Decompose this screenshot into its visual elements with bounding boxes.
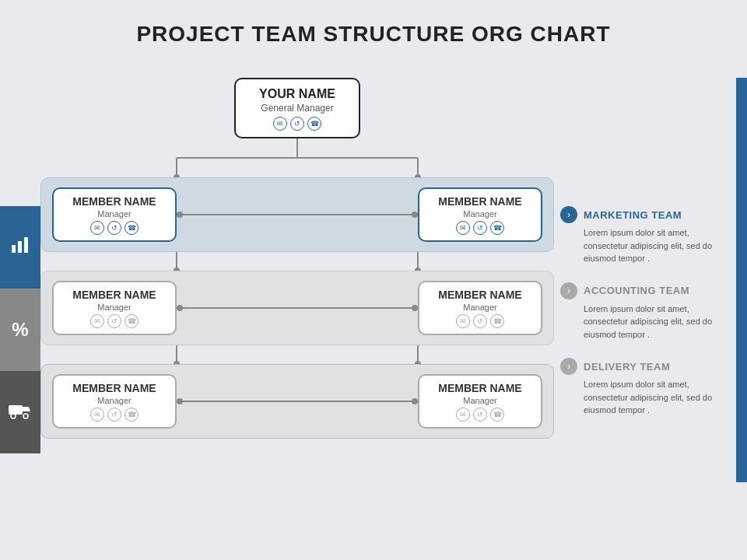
svg-rect-0 <box>12 245 16 253</box>
member-2-right-name: MEMBER NAME <box>433 289 527 301</box>
member-1-right-icons: ✉ ↺ ☎ <box>433 221 527 235</box>
member-2-left-icons: ✉ ↺ ☎ <box>68 314 161 328</box>
svg-point-5 <box>11 414 16 418</box>
member-3-right-name: MEMBER NAME <box>433 382 527 394</box>
top-node-icons: ✉ ↺ ☎ <box>259 117 335 131</box>
svg-rect-1 <box>18 241 22 253</box>
team-item-marketing: › MARKETING TEAM Lorem ipsum dolor sit a… <box>560 206 721 265</box>
svg-rect-2 <box>24 237 28 253</box>
svg-point-15 <box>174 268 180 271</box>
member-node-3-left: MEMBER NAME Manager ✉ ↺ ☎ <box>52 374 177 429</box>
member-node-3-right: MEMBER NAME Manager ✉ ↺ ☎ <box>418 374 542 429</box>
phone-icon-1l: ↺ <box>107 221 121 235</box>
email-icon-3l: ✉ <box>90 408 104 422</box>
email-icon-3r: ✉ <box>456 408 470 422</box>
phone-icon-3r: ↺ <box>473 408 487 422</box>
member-1-right-name: MEMBER NAME <box>433 195 527 208</box>
percent-icon: % <box>12 319 28 341</box>
svg-point-11 <box>174 174 180 177</box>
email-icon-2r: ✉ <box>456 314 470 328</box>
h-connector-1 <box>177 214 418 215</box>
team-item-delivery: › DELIVERY TEAM Lorem ipsum dolor sit am… <box>560 358 721 417</box>
team-title-accounting: ACCOUNTING TEAM <box>584 285 689 296</box>
team-header-delivery: › DELIVERY TEAM <box>560 358 721 375</box>
connector-svg-1-2 <box>40 252 554 271</box>
svg-point-16 <box>415 268 421 271</box>
phone-icon: ↺ <box>290 117 304 131</box>
team-desc-accounting: Lorem ipsum dolor sit amet, consectetur … <box>584 303 721 341</box>
chevron-marketing: › <box>560 206 577 223</box>
member-1-left-icons: ✉ ↺ ☎ <box>68 221 161 235</box>
email-icon: ✉ <box>273 117 287 131</box>
link-icon-1l: ☎ <box>124 221 139 235</box>
sidebar-icon-accounting: % <box>0 289 40 371</box>
member-node-2-left: MEMBER NAME Manager ✉ ↺ ☎ <box>52 281 177 335</box>
member-2-right-icons: ✉ ↺ ☎ <box>433 314 527 328</box>
team-desc-delivery: Lorem ipsum dolor sit amet, consectetur … <box>584 378 721 417</box>
team-item-accounting: › ACCOUNTING TEAM Lorem ipsum dolor sit … <box>560 282 721 341</box>
left-sidebar: % <box>0 206 40 455</box>
phone-icon-1r: ↺ <box>473 221 487 235</box>
member-node-1-right: MEMBER NAME Manager ✉ ↺ ☎ <box>418 187 542 242</box>
svg-rect-3 <box>9 405 23 415</box>
member-2-right-role: Manager <box>433 303 527 312</box>
row-section-3: MEMBER NAME Manager ✉ ↺ ☎ MEMBER NAME Ma… <box>40 364 554 439</box>
chevron-delivery: › <box>560 358 577 375</box>
link-icon-3l: ☎ <box>124 408 139 422</box>
truck-icon <box>9 401 32 424</box>
team-title-marketing: MARKETING TEAM <box>584 209 682 221</box>
top-node-wrapper: YOUR NAME General Manager ✉ ↺ ☎ <box>40 78 554 138</box>
svg-point-12 <box>415 174 421 177</box>
member-3-right-role: Manager <box>433 396 527 405</box>
link-icon-3r: ☎ <box>490 408 504 422</box>
member-1-right-role: Manager <box>433 209 527 219</box>
h-connector-2 <box>177 307 418 309</box>
h-connector-3 <box>177 401 418 402</box>
member-2-left-name: MEMBER NAME <box>68 289 161 301</box>
row-1-nodes: MEMBER NAME Manager ✉ ↺ ☎ MEMBER NAME Ma… <box>52 187 542 242</box>
connector-svg-2-3 <box>40 345 554 364</box>
row-section-2: MEMBER NAME Manager ✉ ↺ ☎ MEMBER NAME Ma… <box>40 271 554 345</box>
svg-marker-4 <box>23 407 30 411</box>
page-title: PROJECT TEAM STRUCTURE ORG CHART <box>0 0 747 61</box>
top-connector-svg <box>40 138 554 177</box>
row-section-1: MEMBER NAME Manager ✉ ↺ ☎ MEMBER NAME Ma… <box>40 177 554 252</box>
email-icon-2l: ✉ <box>90 314 104 328</box>
svg-point-6 <box>23 414 28 418</box>
row-3-nodes: MEMBER NAME Manager ✉ ↺ ☎ MEMBER NAME Ma… <box>52 374 542 429</box>
chart-icon <box>9 234 31 261</box>
team-desc-marketing: Lorem ipsum dolor sit amet, consectetur … <box>584 226 721 265</box>
org-chart-area: YOUR NAME General Manager ✉ ↺ ☎ MEMBER N… <box>40 78 554 439</box>
member-2-left-role: Manager <box>68 303 161 312</box>
chevron-accounting: › <box>560 282 577 299</box>
svg-point-20 <box>415 361 421 364</box>
phone-icon-2l: ↺ <box>107 314 121 328</box>
sidebar-icon-delivery <box>0 371 40 453</box>
member-3-right-icons: ✉ ↺ ☎ <box>433 408 527 422</box>
link-icon: ☎ <box>307 117 321 131</box>
member-3-left-icons: ✉ ↺ ☎ <box>68 408 161 422</box>
svg-point-19 <box>174 361 180 364</box>
link-icon-1r: ☎ <box>490 221 504 235</box>
team-header-accounting: › ACCOUNTING TEAM <box>560 282 721 299</box>
member-node-2-right: MEMBER NAME Manager ✉ ↺ ☎ <box>418 281 542 335</box>
team-title-delivery: DELIVERY TEAM <box>584 361 670 373</box>
right-bar <box>736 78 747 482</box>
right-panel: › MARKETING TEAM Lorem ipsum dolor sit a… <box>560 206 735 434</box>
row-2-nodes: MEMBER NAME Manager ✉ ↺ ☎ MEMBER NAME Ma… <box>52 281 542 335</box>
phone-icon-2r: ↺ <box>473 314 487 328</box>
member-3-left-role: Manager <box>68 396 161 405</box>
email-icon-1l: ✉ <box>90 221 104 235</box>
phone-icon-3l: ↺ <box>107 408 121 422</box>
top-node-name: YOUR NAME <box>259 87 335 101</box>
link-icon-2r: ☎ <box>490 314 504 328</box>
email-icon-1r: ✉ <box>456 221 470 235</box>
member-3-left-name: MEMBER NAME <box>68 382 161 394</box>
top-node: YOUR NAME General Manager ✉ ↺ ☎ <box>234 78 360 138</box>
link-icon-2l: ☎ <box>124 314 139 328</box>
member-1-left-name: MEMBER NAME <box>68 195 161 208</box>
member-node-1-left: MEMBER NAME Manager ✉ ↺ ☎ <box>52 187 177 242</box>
member-1-left-role: Manager <box>68 209 161 219</box>
team-header-marketing: › MARKETING TEAM <box>560 206 721 223</box>
top-node-role: General Manager <box>259 103 335 114</box>
